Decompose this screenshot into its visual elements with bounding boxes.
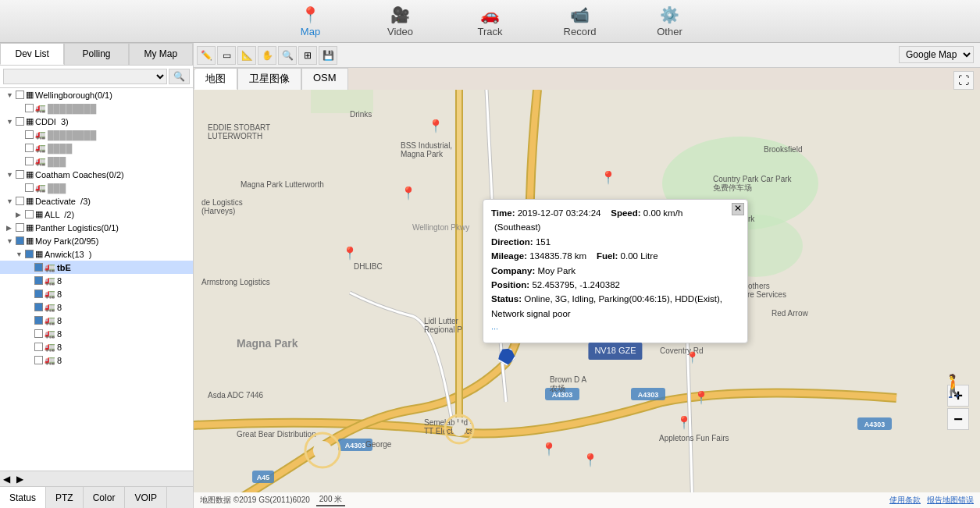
nav-video[interactable]: 🎥 Video bbox=[355, 0, 445, 43]
svg-text:EDDIE STOBART: EDDIE STOBART bbox=[208, 123, 270, 132]
svg-text:📍: 📍 bbox=[583, 453, 598, 467]
map-terms-link[interactable]: 使用条款 bbox=[889, 495, 921, 506]
tree-group-moypark[interactable]: ▼ ▦ Moy Park(20/95) bbox=[0, 234, 193, 247]
toolbar-polygon-btn[interactable]: 📐 bbox=[237, 46, 256, 65]
tab-dev-list[interactable]: Dev List bbox=[0, 43, 64, 65]
svg-text:George: George bbox=[365, 440, 392, 449]
nav-video-label: Video bbox=[387, 26, 413, 37]
tree-vehicle-w1[interactable]: 🚛 ████████ bbox=[0, 101, 193, 115]
tree-group-label5: ALL /2) bbox=[45, 210, 74, 219]
zoom-out-button[interactable]: − bbox=[947, 408, 969, 430]
tree-group-icon6: ▦ bbox=[26, 222, 34, 233]
tree-vehicle-8a[interactable]: 🚛 8 bbox=[0, 274, 193, 287]
tree-vehicle-c2[interactable]: 🚛 ████ bbox=[0, 141, 193, 155]
tree-group-icon2: ▦ bbox=[26, 116, 34, 126]
tree-group-deactivate[interactable]: ▼ ▦ Deactivate /3) bbox=[0, 194, 193, 208]
svg-text:DHLIBC: DHLIBC bbox=[354, 262, 383, 271]
tree-vehicle-8c[interactable]: 🚛 8 bbox=[0, 300, 193, 314]
map-type-select[interactable]: Google Map Baidu Map OSM bbox=[899, 46, 974, 63]
search-select[interactable] bbox=[3, 69, 167, 84]
tree-group-label4: Deactivate /3) bbox=[35, 197, 91, 206]
street-view-figure[interactable]: 🚶 bbox=[940, 373, 968, 399]
toolbar-save-btn[interactable]: 💾 bbox=[319, 46, 337, 65]
popup-close-button[interactable]: ✕ bbox=[732, 203, 744, 215]
map-area[interactable]: ✏️ ▭ 📐 ✋ 🔍 ⊞ 💾 Google Map Baidu Map OSM … bbox=[194, 43, 980, 508]
popup-time-label: Time: bbox=[491, 208, 515, 218]
toolbar-grid-btn[interactable]: ⊞ bbox=[298, 46, 317, 65]
tree-group-all[interactable]: ▶ ▦ ALL /2) bbox=[0, 208, 193, 221]
popup-more-link[interactable]: ··· bbox=[491, 322, 739, 336]
tree-vehicle-label-c1: ████████ bbox=[48, 130, 96, 140]
map-tab-map[interactable]: 地图 bbox=[194, 68, 237, 90]
tree-group-icon3: ▦ bbox=[26, 169, 34, 179]
map-footer: 地图数据 ©2019 GS(2011)6020 200 米 使用条款 报告地图错… bbox=[194, 492, 980, 508]
nav-track[interactable]: 🚗 Track bbox=[445, 0, 535, 43]
scroll-left-arrow[interactable]: ◀ bbox=[0, 474, 13, 485]
tree-vehicle-8f[interactable]: 🚛 8 bbox=[0, 340, 193, 353]
tree-vehicle-tbe[interactable]: 🚛 tbE bbox=[0, 261, 193, 274]
svg-text:📍: 📍 bbox=[600, 170, 616, 185]
svg-text:A4303: A4303 bbox=[638, 391, 659, 399]
nav-map[interactable]: 📍 Map bbox=[265, 0, 355, 43]
tree-group-wellingborough[interactable]: ▼ ▦ Wellingborough(0/1) bbox=[0, 88, 193, 101]
bottom-tab-voip[interactable]: VOIP bbox=[125, 487, 167, 508]
record-icon: 📹 bbox=[570, 5, 590, 24]
svg-text:Country Park Car Park: Country Park Car Park bbox=[713, 175, 793, 183]
svg-text:BSS Industrial,: BSS Industrial, bbox=[401, 141, 452, 150]
tree-vehicle-8b[interactable]: 🚛 8 bbox=[0, 287, 193, 300]
toolbar-zoom-btn[interactable]: 🔍 bbox=[278, 46, 297, 65]
svg-text:LUTERWORTH: LUTERWORTH bbox=[208, 132, 262, 140]
fullscreen-button[interactable]: ⛶ bbox=[953, 71, 974, 90]
svg-point-61 bbox=[313, 441, 332, 460]
map-type-select-container: Google Map Baidu Map OSM bbox=[899, 46, 974, 63]
map-toolbar: ✏️ ▭ 📐 ✋ 🔍 ⊞ 💾 Google Map Baidu Map OSM bbox=[194, 43, 980, 68]
map-report-link[interactable]: 报告地图错误 bbox=[927, 495, 974, 506]
tree-vehicle-c1[interactable]: 🚛 ████████ bbox=[0, 128, 193, 141]
popup-mileage-row: Mileage: 134835.78 km Fuel: 0.00 Litre bbox=[491, 249, 739, 263]
tree-group-cddi[interactable]: ▼ ▦ CDDI 3) bbox=[0, 115, 193, 128]
tree-vehicle-label-8e: 8 bbox=[57, 329, 62, 339]
popup-speed-value: 0.00 km/h bbox=[643, 208, 683, 218]
scroll-right-arrow[interactable]: ▶ bbox=[13, 474, 27, 485]
svg-text:📍: 📍 bbox=[686, 351, 700, 364]
map-tab-osm[interactable]: OSM bbox=[301, 68, 348, 90]
tree-group-label3: Coatham Coaches(0/2) bbox=[35, 170, 124, 179]
toolbar-pan-btn[interactable]: ✋ bbox=[258, 46, 276, 65]
tree-vehicle-8d[interactable]: 🚛 8 bbox=[0, 314, 193, 327]
tree-vehicle-8g[interactable]: 🚛 8 bbox=[0, 353, 193, 367]
tree-vehicle-label-c3: ███ bbox=[48, 157, 66, 166]
tree-vehicle-label-tbe: tbE bbox=[57, 263, 71, 272]
tab-my-map[interactable]: My Map bbox=[129, 43, 193, 65]
tree-vehicle-8e[interactable]: 🚛 8 bbox=[0, 327, 193, 340]
nav-track-label: Track bbox=[477, 26, 502, 37]
map-tab-satellite[interactable]: 卫星图像 bbox=[237, 68, 301, 90]
svg-text:📍: 📍 bbox=[676, 415, 692, 430]
bottom-tab-status[interactable]: Status bbox=[0, 487, 46, 508]
tree-group-label2: CDDI 3) bbox=[35, 117, 69, 126]
tree-group-anwick[interactable]: ▼ ▦ Anwick(13 ) bbox=[0, 247, 193, 261]
tree-group-coatham[interactable]: ▼ ▦ Coatham Coaches(0/2) bbox=[0, 168, 193, 181]
tree-vehicle-cc1[interactable]: 🚛 ███ bbox=[0, 181, 193, 194]
tree-group-panther[interactable]: ▶ ▦ Panther Logistics(0/1) bbox=[0, 221, 193, 234]
tree-group-icon7: ▦ bbox=[26, 236, 34, 246]
bottom-tab-ptz[interactable]: PTZ bbox=[46, 487, 84, 508]
popup-position-label: Position: bbox=[491, 280, 529, 290]
popup-vehicle-id: NV18 GZE bbox=[588, 343, 642, 360]
tree-area[interactable]: ▼ ▦ Wellingborough(0/1) 🚛 ████████ ▼ ▦ C… bbox=[0, 88, 193, 471]
nav-other[interactable]: ⚙️ Other bbox=[625, 0, 715, 43]
tree-vehicle-c3[interactable]: 🚛 ███ bbox=[0, 155, 193, 168]
nav-record[interactable]: 📹 Record bbox=[535, 0, 625, 43]
toolbar-rect-btn[interactable]: ▭ bbox=[217, 46, 236, 65]
popup-status-row: Status: Online, 3G, Idling, Parking(00:4… bbox=[491, 292, 739, 321]
svg-text:Regional P: Regional P bbox=[424, 325, 462, 334]
bottom-tab-color[interactable]: Color bbox=[84, 487, 126, 508]
tree-vehicle-label-8f: 8 bbox=[57, 343, 62, 352]
toolbar-select-btn[interactable]: ✏️ bbox=[197, 46, 216, 65]
search-button[interactable]: 🔍 bbox=[169, 69, 190, 84]
tab-polling[interactable]: Polling bbox=[64, 43, 128, 65]
popup-direction-extra: (Southeast) bbox=[491, 220, 739, 234]
vehicle-marker[interactable] bbox=[498, 347, 515, 364]
nav-map-label: Map bbox=[301, 26, 320, 37]
search-bar: 🔍 bbox=[0, 66, 193, 88]
map-background[interactable]: A4303 A4303 A4303 A4303 A45 A45 EDDIE ST… bbox=[194, 90, 980, 492]
